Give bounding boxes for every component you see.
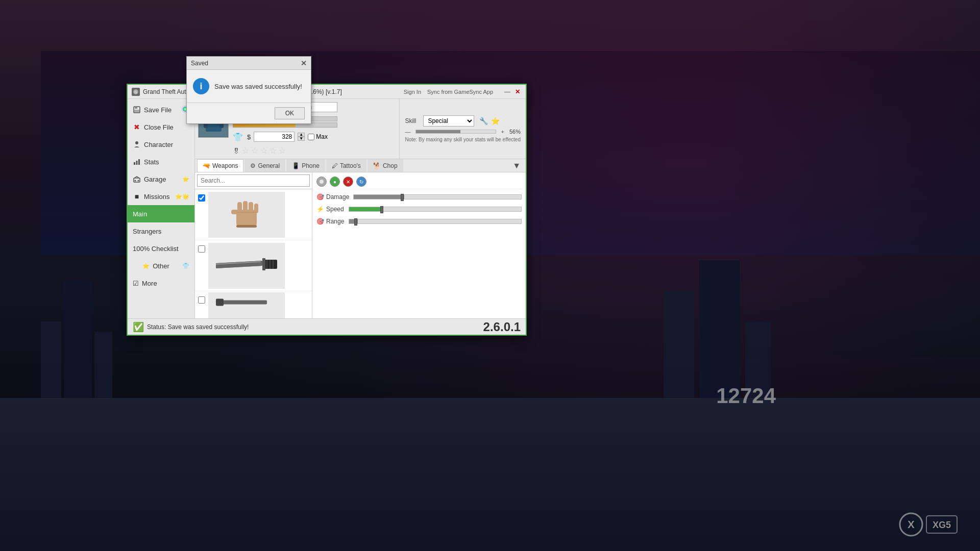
modal-close-button[interactable]: ✕ (301, 59, 307, 67)
modal-message: Save was saved successfully! (214, 83, 302, 90)
modal-title-bar: Saved ✕ (187, 57, 311, 70)
modal-body: i Save was saved successfully! (187, 70, 311, 103)
modal-info-icon: i (193, 78, 209, 94)
saved-dialog: Saved ✕ i Save was saved successfully! O… (186, 56, 311, 124)
modal-title: Saved (191, 60, 208, 67)
modal-overlay: Saved ✕ i Save was saved successfully! O… (0, 0, 980, 551)
modal-footer: OK (187, 103, 311, 123)
modal-ok-button[interactable]: OK (275, 107, 305, 119)
